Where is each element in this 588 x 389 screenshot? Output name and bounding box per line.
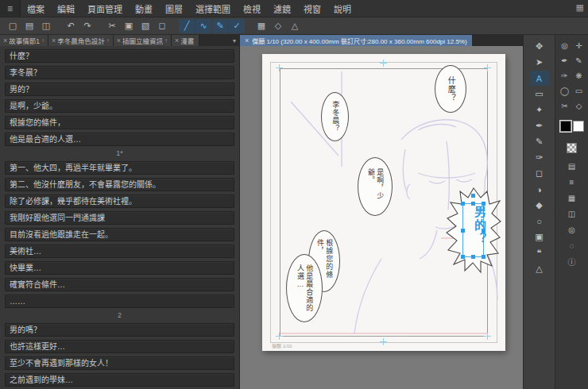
eyedropper-tool-icon[interactable]: ✦: [530, 102, 549, 117]
close-icon[interactable]: ×: [117, 37, 121, 44]
page-separator[interactable]: 1*: [5, 149, 234, 158]
text-selection-box[interactable]: [462, 203, 484, 257]
selection-handle[interactable]: [461, 229, 465, 233]
grid-icon[interactable]: ▦: [253, 19, 269, 33]
ruler-tool-icon[interactable]: △: [530, 261, 549, 276]
menu-lines-icon[interactable]: ≡: [555, 174, 588, 190]
divider[interactable]: [55, 19, 62, 33]
divider[interactable]: [171, 19, 178, 33]
cut-icon[interactable]: ✂: [104, 19, 120, 33]
story-line[interactable]: 什麼？: [5, 49, 234, 63]
selection-anchor-handle[interactable]: [471, 194, 475, 198]
selection-handle[interactable]: [471, 255, 475, 259]
story-line[interactable]: 快畢業…: [5, 261, 234, 275]
story-line[interactable]: 我剛好跟他選同一門通識課: [5, 211, 234, 225]
operation-tool-icon[interactable]: ➤: [530, 55, 549, 70]
story-line[interactable]: 之前遇到的學妹…: [5, 373, 234, 387]
story-line[interactable]: 李冬晨？: [5, 66, 234, 79]
menu-item[interactable]: 檢視: [237, 0, 267, 17]
move-tool-icon[interactable]: ✥: [530, 39, 549, 54]
open-icon[interactable]: ▤: [21, 19, 37, 33]
blend-tool-icon[interactable]: ◑: [530, 182, 549, 197]
rect-subtool-icon[interactable]: ▭: [572, 83, 586, 98]
selection-handle[interactable]: [471, 202, 475, 206]
canvas-area[interactable]: 什麼？ 李冬晨？ 是啊，少爺。 根據您的條件， 他是最合適的人選… 男的？: [240, 46, 523, 389]
close-icon[interactable]: ×: [245, 37, 249, 44]
brush-tool-icon[interactable]: ✑: [530, 150, 549, 165]
selection-handle[interactable]: [482, 255, 485, 259]
panel-tab[interactable]: × 故事情節1 ↑: [0, 35, 48, 46]
ellipse-subtool-icon[interactable]: ◯: [558, 83, 571, 98]
panel-tab[interactable]: × 漫畫: [172, 35, 199, 46]
speech-bubble[interactable]: 什麼？: [435, 65, 466, 113]
transparent-color-icon[interactable]: [567, 143, 577, 153]
menu-item[interactable]: 濾鏡: [267, 0, 297, 17]
story-line[interactable]: 至少不會再遇到那樣的女人！: [5, 356, 234, 370]
panel-tab[interactable]: × 插圖立繪資訊 ↑: [114, 35, 172, 46]
story-line[interactable]: 根據您的條件，: [5, 116, 234, 129]
fill-tool-icon[interactable]: ◆: [530, 198, 549, 213]
pen-tool-icon[interactable]: ✎: [212, 19, 228, 33]
workspace-icon[interactable]: ▦: [576, 2, 584, 13]
menu-item[interactable]: 圖層: [159, 0, 189, 17]
copy-icon[interactable]: ▣: [121, 19, 137, 33]
info-icon[interactable]: ⓘ: [555, 253, 588, 269]
panel-tabs-menu-icon[interactable]: ▼: [229, 35, 240, 46]
pen-subtool-icon[interactable]: ✒: [558, 53, 571, 67]
snap-icon[interactable]: ◇: [270, 19, 286, 33]
layers-icon[interactable]: ▤: [555, 158, 588, 174]
story-line[interactable]: 確實符合條件…: [5, 278, 234, 291]
divider[interactable]: [246, 19, 253, 33]
navigator-icon[interactable]: ◎: [555, 221, 588, 237]
save-icon[interactable]: ◫: [38, 19, 54, 33]
menu-item[interactable]: 動畫: [129, 0, 159, 17]
paste-icon[interactable]: ▧: [137, 19, 153, 33]
menu-item[interactable]: 編輯: [51, 0, 81, 17]
correction-tool-icon[interactable]: ✓: [229, 19, 245, 33]
story-line[interactable]: 第一、他大四，再過半年就畢業了。: [5, 161, 234, 175]
text-tool-icon[interactable]: A: [530, 71, 549, 86]
story-line[interactable]: 他是最合適的人選…: [5, 133, 234, 146]
speech-bubble[interactable]: 是啊，少爺。: [358, 157, 393, 216]
story-line[interactable]: 第二、他沒什麼朋友，不會暴露您的關係。: [5, 178, 234, 191]
close-icon[interactable]: ×: [175, 37, 179, 44]
page-separator[interactable]: 2: [5, 311, 234, 320]
pencil-tool-icon[interactable]: ✎: [530, 134, 549, 149]
menu-item[interactable]: 選擇範圍: [189, 0, 237, 17]
menu-item[interactable]: 說明: [327, 0, 358, 17]
curve-tool-icon[interactable]: ∿: [195, 19, 211, 33]
story-line[interactable]: 除了必修課，幾乎都待在美術社裡。: [5, 194, 234, 208]
zoom-tool-icon[interactable]: ◎: [558, 38, 571, 52]
story-line[interactable]: ……: [5, 295, 234, 308]
selection-tool-icon[interactable]: ▭: [530, 87, 549, 102]
pencil-subtool-icon[interactable]: ✎: [572, 53, 586, 67]
balloon-tool-icon[interactable]: ❝: [530, 245, 549, 260]
story-line[interactable]: 男的？: [5, 83, 234, 96]
speech-bubble[interactable]: 李冬晨？: [321, 92, 349, 141]
airbrush-subtool-icon[interactable]: ❋: [572, 68, 586, 83]
selection-handle[interactable]: [482, 202, 485, 206]
close-icon[interactable]: ×: [52, 37, 56, 44]
brush-subtool-icon[interactable]: ✑: [558, 68, 571, 83]
selection-handle[interactable]: [461, 255, 465, 259]
polygon-subtool-icon[interactable]: ◇: [572, 98, 586, 113]
grid-panel-icon[interactable]: ▦: [555, 190, 588, 206]
story-line[interactable]: 也許這樣更好…: [5, 340, 234, 353]
eraser-tool-icon[interactable]: ◻: [530, 166, 549, 181]
delete-icon[interactable]: ◻: [154, 19, 170, 33]
menu-item[interactable]: 頁面管理: [81, 0, 129, 17]
manga-page[interactable]: 什麼？ 李冬晨？ 是啊，少爺。 根據您的條件， 他是最合適的人選… 男的？: [262, 54, 505, 351]
panel-tab[interactable]: × 李冬晨角色設計 ↑: [48, 35, 114, 46]
undo-icon[interactable]: ↶: [63, 19, 79, 33]
close-icon[interactable]: ×: [3, 37, 7, 44]
speech-bubble[interactable]: 他是最合適的人選…: [286, 254, 323, 322]
frame-border-tool-icon[interactable]: ▣: [530, 229, 549, 245]
selection-handle[interactable]: [461, 202, 465, 206]
pan-tool-icon[interactable]: ✛: [572, 38, 586, 52]
background-color-chip[interactable]: [573, 121, 584, 132]
scissors-subtool-icon[interactable]: ✂: [558, 98, 571, 113]
app-menu-icon[interactable]: ≡: [0, 0, 21, 17]
new-page-icon[interactable]: ▢: [5, 19, 21, 33]
redo-icon[interactable]: ↷: [79, 19, 95, 33]
search-icon[interactable]: ◌: [555, 237, 588, 253]
